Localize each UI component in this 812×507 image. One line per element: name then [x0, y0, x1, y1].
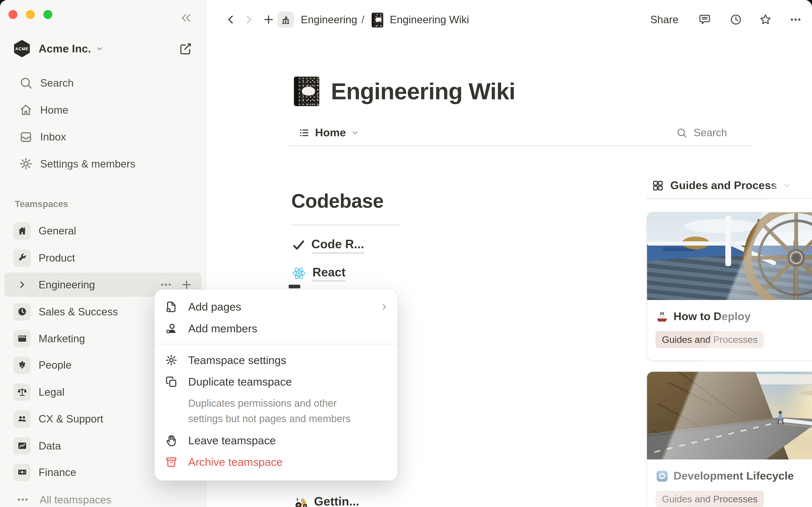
- inbox-icon: [19, 130, 33, 144]
- menu-item-leave-teamspace[interactable]: Leave teamspace: [154, 430, 398, 451]
- teamspaces-section-label: Teamspaces: [15, 199, 68, 210]
- submenu-chevron-icon: [379, 302, 389, 312]
- sidebar-item-label: Inbox: [40, 131, 66, 143]
- view-tab-home[interactable]: Home: [299, 124, 359, 142]
- add-page-plus-icon[interactable]: [181, 278, 193, 291]
- teamspace-label: Data: [39, 440, 61, 452]
- menu-item-teamspace-settings[interactable]: Teamspace settings: [154, 349, 398, 371]
- teamspace-label: Finance: [39, 466, 77, 478]
- codebase-column-title[interactable]: Codebase: [291, 190, 384, 212]
- close-window-button[interactable]: [8, 10, 17, 19]
- workspace-switcher[interactable]: ACME Acme Inc.: [13, 39, 104, 58]
- menu-item-archive-teamspace[interactable]: Archive teamspace: [154, 451, 398, 473]
- database-search[interactable]: Search: [676, 124, 727, 142]
- minimize-window-button[interactable]: [26, 10, 35, 19]
- tab-divider: [287, 145, 753, 146]
- sidebar-item-product[interactable]: Product: [4, 246, 202, 270]
- sidebar-item-search[interactable]: Search: [4, 71, 202, 95]
- ship-wheel-photo: [647, 212, 812, 300]
- double-chevron-left-icon[interactable]: [180, 12, 192, 24]
- gallery-card-how-to-deploy[interactable]: How to Deploy Guides and Processes: [647, 212, 812, 361]
- history-clock-icon[interactable]: [729, 13, 742, 26]
- comments-icon[interactable]: [699, 13, 711, 26]
- page-link-label: Code R...: [311, 237, 364, 253]
- new-tab-plus-icon[interactable]: [262, 13, 275, 26]
- add-page-icon: [165, 300, 177, 313]
- page-link-code-review[interactable]: Code R...: [292, 235, 364, 255]
- card-title-row: How to Deploy: [656, 308, 751, 325]
- new-page-compose-button[interactable]: [179, 42, 192, 56]
- scales-icon: [13, 383, 31, 401]
- gallery-title: Guides and Process: [670, 179, 777, 192]
- chart-icon: [13, 437, 31, 455]
- tractor-emoji: [294, 495, 309, 507]
- sidebar-item-label: Search: [40, 77, 73, 89]
- sidebar-item-all-teamspaces[interactable]: All teamspaces: [4, 488, 202, 507]
- page-link-react[interactable]: React: [292, 264, 346, 283]
- check-icon: [292, 238, 306, 252]
- codebase-title-underline: [291, 225, 401, 225]
- teamspace-building-icon[interactable]: [277, 12, 294, 28]
- card-title: Development Lifecycle: [673, 469, 794, 482]
- database-search-label: Search: [694, 126, 727, 139]
- card-title-row: Development Lifecycle: [656, 467, 794, 485]
- archive-icon: [165, 455, 177, 468]
- teamspace-label: Product: [39, 251, 75, 264]
- menu-item-add-members[interactable]: Add members: [154, 318, 398, 339]
- favorite-star-icon[interactable]: [759, 13, 772, 26]
- recycle-emoji: [656, 469, 669, 483]
- sidebar-item-inbox[interactable]: Inbox: [4, 125, 202, 149]
- menu-item-duplicate-teamspace[interactable]: Duplicate teamspace: [154, 371, 398, 393]
- chevron-down-icon: [351, 129, 359, 137]
- chevron-right-icon[interactable]: [17, 279, 28, 290]
- house-icon: [13, 222, 31, 239]
- sidebar-item-general[interactable]: General: [4, 219, 202, 243]
- teamspace-label: Engineering: [39, 279, 159, 291]
- zoom-window-button[interactable]: [43, 10, 52, 19]
- breadcrumb-page[interactable]: Engineering Wiki: [390, 14, 469, 26]
- gallery-card-development-lifecycle[interactable]: Development Lifecycle Guides and Process…: [647, 372, 812, 507]
- card-title: How to Deploy: [673, 310, 751, 323]
- card-tag: Guides and Processes: [656, 491, 764, 507]
- back-icon[interactable]: [225, 14, 237, 25]
- breadcrumb-team[interactable]: Engineering: [301, 14, 357, 26]
- gear-icon: [165, 354, 177, 366]
- gallery-view-header[interactable]: Guides and Process: [652, 176, 791, 194]
- search-icon: [19, 76, 33, 90]
- share-button[interactable]: Share: [650, 14, 678, 26]
- notion-window: ACME Acme Inc. Search Home Inbox Setting…: [0, 0, 812, 507]
- clapperboard-icon: [13, 330, 31, 347]
- traffic-lights: [8, 10, 52, 19]
- sidebar-item-label: Home: [40, 104, 68, 116]
- menu-item-description: Duplicates permissions and other setting…: [188, 396, 371, 426]
- forward-icon[interactable]: [243, 14, 254, 25]
- clock-icon: [13, 303, 31, 321]
- more-options-icon[interactable]: [790, 13, 802, 26]
- page-title[interactable]: Engineering Wiki: [331, 78, 515, 105]
- search-icon: [676, 127, 688, 138]
- sidebar-item-settings[interactable]: Settings & members: [4, 152, 202, 175]
- sidebar-item-label: Settings & members: [40, 158, 135, 170]
- all-teamspaces-label: All teamspaces: [40, 494, 111, 506]
- hand-wave-icon: [165, 434, 177, 447]
- breadcrumb-separator: /: [361, 14, 364, 26]
- page-link-label: React: [312, 265, 346, 281]
- teamspace-context-menu: Add pages Add members Teamspace settings…: [154, 289, 398, 481]
- home-icon: [19, 103, 33, 117]
- menu-item-add-pages[interactable]: Add pages: [154, 296, 398, 318]
- workspace-name: Acme Inc.: [39, 42, 91, 55]
- page-link-getting-started[interactable]: Gettin...: [294, 492, 359, 507]
- chevron-down-icon: [96, 45, 104, 53]
- teamspace-label: People: [39, 359, 72, 371]
- teamspace-label: Marketing: [39, 333, 85, 345]
- workspace-logo: ACME: [13, 40, 31, 57]
- sidebar-item-home[interactable]: Home: [4, 98, 202, 121]
- page-icon-notebook-emoji[interactable]: [294, 77, 319, 106]
- menu-divider: [154, 344, 398, 345]
- coastal-road-photo: [647, 372, 812, 459]
- add-member-icon: [165, 322, 177, 335]
- workspace-logo-text: ACME: [15, 46, 29, 51]
- react-logo-icon: [292, 266, 306, 280]
- breadcrumb: Engineering / Engineering Wiki: [277, 11, 469, 29]
- ship-emoji: [656, 310, 669, 323]
